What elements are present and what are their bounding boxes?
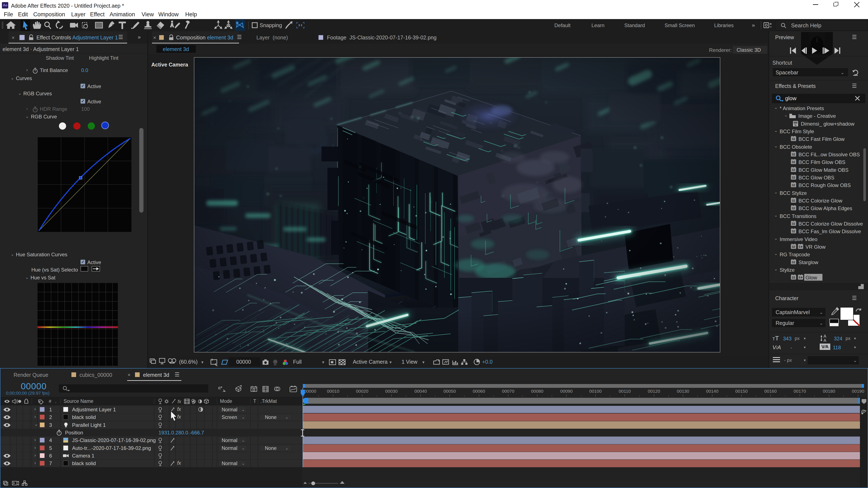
- svg-text:00170: 00170: [794, 389, 806, 394]
- svg-text:32: 32: [792, 260, 795, 264]
- svg-text:00060: 00060: [473, 389, 485, 394]
- svg-text:32: 32: [792, 229, 795, 233]
- svg-text:5: 5: [799, 275, 800, 279]
- svg-text:32: 32: [792, 168, 795, 171]
- svg-text:00100: 00100: [589, 389, 601, 394]
- svg-text:00070: 00070: [502, 389, 514, 394]
- svg-text:00150: 00150: [735, 389, 748, 394]
- svg-text:00190: 00190: [852, 389, 864, 394]
- svg-text:A: A: [824, 338, 827, 343]
- svg-text:fx: fx: [178, 399, 181, 404]
- svg-text:32: 32: [792, 275, 795, 279]
- svg-text:00030: 00030: [385, 389, 398, 394]
- svg-text:A: A: [824, 334, 827, 338]
- svg-text:Source Name: Source Name: [64, 398, 93, 404]
- svg-text:T: T: [253, 398, 256, 404]
- svg-text:00040: 00040: [414, 389, 427, 394]
- svg-text:Mode: Mode: [220, 398, 232, 404]
- svg-text:00110: 00110: [619, 389, 631, 394]
- svg-text:00020: 00020: [356, 389, 368, 394]
- svg-text:32: 32: [792, 199, 795, 202]
- svg-text:00010: 00010: [327, 389, 339, 394]
- svg-text:.: .: [55, 399, 56, 404]
- svg-text:00090: 00090: [560, 389, 572, 394]
- svg-text:32: 32: [792, 175, 795, 179]
- svg-text:#: #: [49, 399, 52, 404]
- svg-text:32: 32: [792, 153, 795, 156]
- svg-text:32: 32: [792, 183, 795, 187]
- svg-text:00140: 00140: [706, 389, 718, 394]
- svg-text:32: 32: [792, 222, 795, 225]
- svg-text:00050: 00050: [443, 389, 456, 394]
- svg-text:32: 32: [792, 245, 795, 249]
- svg-text:.TrkMat: .TrkMat: [260, 398, 277, 404]
- svg-text:5: 5: [799, 245, 800, 249]
- svg-text:00080: 00080: [531, 389, 544, 394]
- svg-text:00130: 00130: [677, 389, 689, 394]
- svg-text:00160: 00160: [764, 389, 777, 394]
- svg-text:00180: 00180: [823, 389, 835, 394]
- svg-text:fx: fx: [795, 124, 797, 127]
- svg-text:00120: 00120: [648, 389, 660, 394]
- svg-text:32: 32: [792, 137, 795, 141]
- svg-text:32: 32: [792, 160, 795, 164]
- svg-text:32: 32: [792, 206, 795, 210]
